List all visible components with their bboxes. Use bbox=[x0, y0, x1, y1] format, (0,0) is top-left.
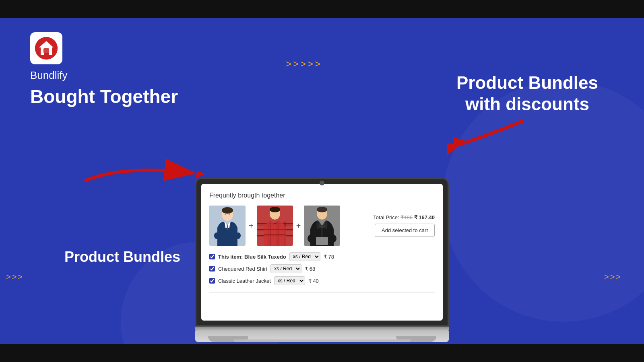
product-2-svg bbox=[257, 206, 293, 246]
bottom-bar bbox=[0, 344, 644, 362]
item-2-label: Chequered Red Shirt bbox=[218, 266, 267, 272]
bottom-left-arrow-decoration: >>> bbox=[6, 272, 24, 282]
brand-tagline: Bought Together bbox=[30, 86, 178, 107]
item-row-1: This item: Blue Silk Tuxedo xs / Red xs … bbox=[209, 252, 435, 261]
laptop-screen: Frequntly brougth together bbox=[201, 184, 443, 321]
brand-name: Bundlify bbox=[30, 69, 178, 82]
item-3-label: Classic Leather Jacket bbox=[218, 278, 271, 284]
svg-marker-10 bbox=[453, 137, 465, 147]
add-to-cart-button[interactable]: Add selected to cart bbox=[375, 224, 435, 237]
laptop-base bbox=[195, 331, 449, 342]
svg-point-16 bbox=[214, 232, 219, 239]
price-new: ₹ 167.40 bbox=[414, 214, 435, 220]
item-3-variant-select[interactable]: xs / Red xs / Blue s / Red bbox=[274, 276, 305, 285]
svg-rect-6 bbox=[43, 48, 49, 53]
item-3-checkbox[interactable] bbox=[209, 278, 215, 284]
price-button-group: Total Price: ₹186 ₹ 167.40 Add selected … bbox=[373, 214, 435, 237]
product-image-2 bbox=[257, 206, 293, 246]
item-1-label: This item: Blue Silk Tuxedo bbox=[218, 254, 286, 260]
laptop-wrapper: Frequntly brougth together bbox=[195, 178, 449, 342]
product-image-1 bbox=[209, 206, 246, 246]
item-3-price: ₹ 40 bbox=[308, 278, 319, 284]
top-bar bbox=[0, 0, 644, 18]
laptop-foot-right bbox=[396, 336, 436, 342]
item-2-checkbox[interactable] bbox=[209, 266, 215, 272]
plus-1: + bbox=[249, 221, 254, 230]
laptop-hinge bbox=[195, 327, 449, 331]
item-1-name: This item: Blue Silk Tuxedo bbox=[218, 254, 286, 260]
price-old: ₹186 bbox=[400, 214, 413, 220]
svg-point-13 bbox=[222, 207, 233, 214]
bottom-right-arrow-decoration: >>> bbox=[604, 272, 622, 282]
product-1-svg bbox=[209, 206, 246, 246]
logo-container: Bundlify Bought Together bbox=[30, 32, 178, 107]
red-arrow-right bbox=[447, 109, 527, 157]
red-arrow-left bbox=[80, 157, 213, 189]
svg-point-15 bbox=[229, 214, 230, 215]
laptop-body: Frequntly brougth together bbox=[195, 178, 449, 327]
screen-title: Frequntly brougth together bbox=[209, 192, 435, 199]
svg-point-27 bbox=[270, 207, 280, 212]
item-1-variant-select[interactable]: xs / Red xs / Blue s / Red bbox=[289, 252, 320, 261]
total-price-display: Total Price: ₹186 ₹ 167.40 bbox=[373, 214, 435, 220]
laptop-camera bbox=[320, 181, 324, 185]
item-row-2: Chequered Red Shirt xs / Red xs / Blue s… bbox=[209, 264, 435, 273]
item-2-variant-select[interactable]: xs / Red xs / Blue s / Red bbox=[270, 264, 301, 273]
total-price-label: Total Price: bbox=[373, 214, 399, 220]
item-1-checkbox[interactable] bbox=[209, 254, 215, 259]
item-1-price: ₹ 78 bbox=[324, 254, 334, 260]
item-2-price: ₹ 68 bbox=[305, 266, 315, 272]
products-row: + bbox=[209, 206, 435, 246]
svg-point-36 bbox=[308, 234, 314, 243]
product-bundles-label: Product Bundles bbox=[64, 249, 180, 265]
top-arrow-decoration: >>>>> bbox=[286, 58, 322, 70]
logo-icon bbox=[34, 36, 58, 60]
svg-rect-38 bbox=[316, 237, 328, 245]
screen-bottom-bar bbox=[209, 292, 435, 293]
product-image-3 bbox=[304, 206, 340, 246]
product-3-svg bbox=[304, 206, 340, 246]
svg-point-34 bbox=[317, 207, 327, 212]
svg-point-17 bbox=[236, 232, 241, 239]
svg-point-37 bbox=[330, 234, 336, 243]
item-row-3: Classic Leather Jacket xs / Red xs / Blu… bbox=[209, 276, 435, 285]
plus-2: + bbox=[296, 221, 301, 230]
svg-point-14 bbox=[225, 214, 226, 215]
laptop-foot-left bbox=[208, 336, 248, 342]
logo-box bbox=[30, 32, 62, 64]
